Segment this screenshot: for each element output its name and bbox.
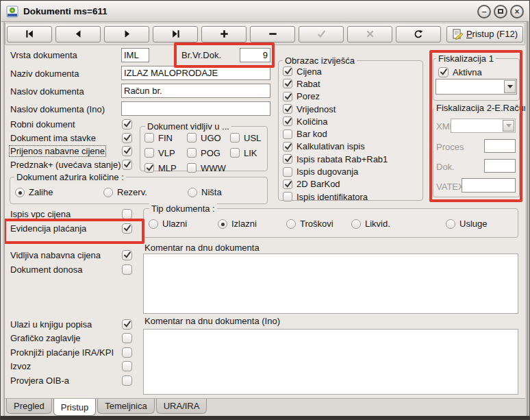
vidljiva-nabavna-cijena-checkbox[interactable] bbox=[122, 250, 132, 260]
cancel-x-icon bbox=[366, 29, 375, 38]
vrijednost-label: Vrijednost bbox=[296, 104, 336, 114]
vatex-input[interactable] bbox=[462, 178, 516, 193]
checkbox-row: LIK bbox=[230, 148, 264, 158]
vlp-checkbox[interactable] bbox=[144, 148, 154, 158]
koli-ina-checkbox[interactable] bbox=[283, 116, 292, 126]
ulazni-radio[interactable] bbox=[149, 219, 158, 229]
radio-option: Ništa bbox=[188, 187, 222, 197]
ispis-rabata-rab-rab1-checkbox[interactable] bbox=[283, 154, 292, 164]
checkbox-row: Bar kod bbox=[283, 127, 420, 140]
add-button[interactable] bbox=[201, 26, 247, 42]
bar-kod-checkbox[interactable] bbox=[283, 129, 292, 139]
radio-option: Izlazni bbox=[218, 219, 257, 229]
delete-icon bbox=[268, 29, 277, 38]
chevron-down-icon[interactable] bbox=[504, 80, 516, 93]
provjera-oib-a-checkbox[interactable] bbox=[122, 375, 132, 386]
kalkulativan-ispis-checkbox[interactable] bbox=[283, 142, 292, 151]
prijenos-nabavne-cijene-checkbox[interactable] bbox=[122, 146, 132, 156]
lik-checkbox[interactable] bbox=[230, 148, 240, 158]
maximize-button[interactable] bbox=[494, 5, 507, 18]
window-frame-left bbox=[1, 22, 5, 416]
fiskalizacija1-combobox[interactable] bbox=[436, 79, 517, 95]
ispis-vpc-cijena-checkbox[interactable] bbox=[122, 209, 132, 219]
vrsta-dokumenta-input[interactable] bbox=[121, 48, 149, 62]
robni-dokument-label: Robni dokument bbox=[10, 119, 75, 129]
rezerv-radio[interactable] bbox=[103, 188, 113, 197]
tro-kovi-radio[interactable] bbox=[286, 219, 296, 229]
naslov-dokumenta-input[interactable] bbox=[121, 84, 270, 98]
aktivna-checkbox[interactable] bbox=[438, 67, 449, 77]
checkbox-row: Ispis dugovanja bbox=[283, 165, 420, 177]
post-check-icon bbox=[317, 29, 326, 38]
porez-checkbox[interactable] bbox=[283, 92, 292, 101]
ispis-dugovanja-label: Ispis dugovanja bbox=[296, 166, 358, 177]
brvrdok-input[interactable] bbox=[240, 48, 270, 62]
naslov-dokumenta-ino-input[interactable] bbox=[121, 101, 270, 116]
ugo-checkbox[interactable] bbox=[187, 133, 197, 143]
izvoz-checkbox[interactable] bbox=[122, 361, 132, 371]
post-check-button[interactable] bbox=[299, 26, 344, 42]
fiskalizacija1-group-title: Fiskalizacija 1 bbox=[436, 53, 496, 64]
dokument-donosa-checkbox[interactable] bbox=[122, 264, 132, 275]
checkbox-row: WWW bbox=[187, 163, 230, 173]
refresh-icon bbox=[414, 29, 423, 39]
usl-checkbox[interactable] bbox=[230, 133, 240, 143]
ispis-dugovanja-checkbox[interactable] bbox=[283, 167, 292, 177]
vrijednost-checkbox[interactable] bbox=[283, 104, 292, 114]
refresh-button[interactable] bbox=[396, 26, 441, 42]
robni-dokument-checkbox[interactable] bbox=[122, 119, 132, 129]
komentar-textarea[interactable] bbox=[143, 254, 518, 314]
checkbox-row: Provjera OIB-a bbox=[10, 375, 142, 388]
cancel-x-button[interactable] bbox=[347, 26, 392, 42]
proknji-i-pla-anje-ira-kpi-checkbox[interactable] bbox=[122, 347, 132, 358]
usluge-radio[interactable] bbox=[446, 219, 455, 229]
tab-pristup[interactable]: Pristup bbox=[53, 399, 96, 416]
ispis-identifikatora-checkbox[interactable] bbox=[283, 192, 292, 201]
fin-checkbox[interactable] bbox=[144, 133, 154, 143]
zalihe-label: Zalihe bbox=[29, 187, 53, 197]
prev-button[interactable] bbox=[55, 26, 101, 42]
izlazni-radio[interactable] bbox=[218, 219, 227, 229]
last-button[interactable] bbox=[153, 26, 198, 42]
checkbox-row: Rabat bbox=[283, 77, 420, 90]
pristup-button[interactable]: Pristup (F12) bbox=[446, 26, 523, 42]
checkbox-row: Količina bbox=[283, 115, 420, 127]
www-checkbox[interactable] bbox=[187, 163, 197, 173]
komentar-ino-textarea[interactable] bbox=[143, 329, 518, 395]
checkbox-row: Ispis identifikatora bbox=[283, 190, 420, 203]
radio-option: Rezerv. bbox=[103, 187, 147, 197]
grafi-ko-zaglavlje-checkbox[interactable] bbox=[122, 333, 132, 343]
checkbox-row: Ispis vpc cijena bbox=[10, 208, 142, 223]
predznak-uve-ava-stanje-checkbox[interactable] bbox=[122, 160, 132, 170]
rezerv-label: Rezerv. bbox=[117, 187, 147, 197]
first-button[interactable] bbox=[7, 26, 52, 42]
mlp-checkbox[interactable] bbox=[144, 163, 154, 173]
tab-ura-ira[interactable]: URA/IRA bbox=[156, 399, 207, 414]
pog-checkbox[interactable] bbox=[187, 148, 197, 158]
ulazi-u-knjigu-popisa-checkbox[interactable] bbox=[122, 319, 132, 330]
proces-input[interactable] bbox=[484, 139, 516, 153]
checkbox-row: Ulazi u knjigu popisa bbox=[10, 319, 142, 332]
close-button[interactable]: × bbox=[510, 5, 524, 18]
likvid-radio[interactable] bbox=[351, 219, 361, 229]
tab-pregled[interactable]: Pregled bbox=[6, 399, 52, 414]
naziv-dokumenta-input[interactable] bbox=[121, 66, 270, 80]
delete-button[interactable] bbox=[250, 26, 295, 42]
dokument-ima-stavke-checkbox[interactable] bbox=[122, 133, 132, 143]
next-button[interactable] bbox=[104, 26, 149, 42]
brvrdok-label: Br.Vr.Dok. bbox=[181, 50, 221, 61]
2d-barkod-checkbox[interactable] bbox=[283, 180, 292, 189]
minimize-button[interactable]: – bbox=[477, 5, 491, 18]
dok-input[interactable] bbox=[484, 159, 516, 173]
checkbox-row: MLP bbox=[144, 163, 187, 173]
chevron-down-icon bbox=[503, 120, 514, 132]
zalihe-radio[interactable] bbox=[15, 188, 25, 197]
cijena-label: Cijena bbox=[296, 66, 322, 77]
rabat-checkbox[interactable] bbox=[283, 79, 292, 88]
ni-ta-radio[interactable] bbox=[188, 188, 197, 197]
tab-temeljnica[interactable]: Temeljnica bbox=[97, 399, 154, 414]
cijena-checkbox[interactable] bbox=[283, 66, 292, 76]
evidencija-pla-anja-checkbox[interactable] bbox=[122, 223, 132, 234]
window-titlebar: Dokumenti ms=611 – × bbox=[1, 1, 529, 22]
checkbox-row: Porez bbox=[283, 90, 420, 103]
